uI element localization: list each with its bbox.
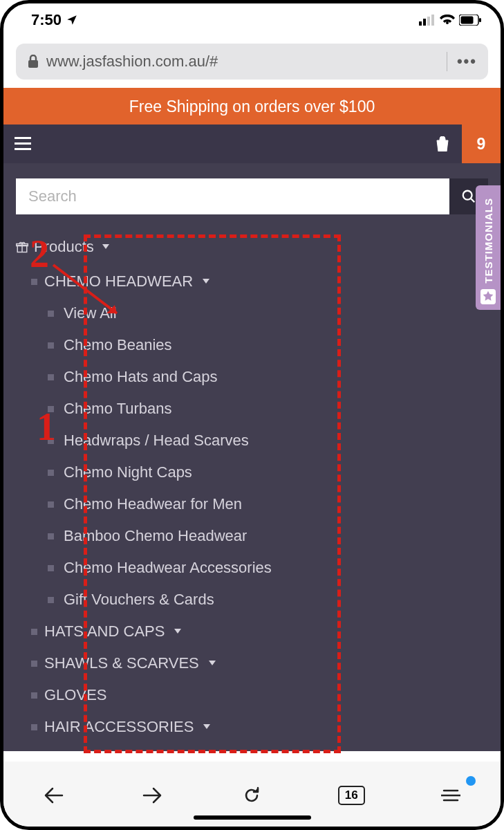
tabs-count: 16: [338, 786, 365, 805]
chevron-down-icon: [209, 661, 216, 666]
bullet-icon: [48, 597, 54, 603]
star-icon: [480, 289, 496, 304]
shopping-bag-icon[interactable]: [423, 124, 462, 163]
menu-item-label: Chemo Headwear Accessories: [64, 559, 272, 577]
menu-item-label: Chemo Turbans: [64, 400, 172, 418]
bullet-icon: [31, 724, 37, 730]
site-nav-bar: 9: [3, 124, 501, 163]
menu-item-label: Chemo Night Caps: [64, 463, 192, 481]
bullet-icon: [48, 470, 54, 476]
url-divider: [447, 52, 447, 71]
svg-rect-10: [15, 148, 31, 150]
forward-button[interactable]: [132, 780, 174, 811]
bullet-icon: [31, 629, 37, 635]
page-content: TESTIMONIALS Products CHEMO HEADWEAR: [3, 163, 501, 751]
svg-point-11: [463, 191, 472, 200]
chevron-down-icon: [102, 244, 109, 250]
menu-category-label: CHEMO HEADWEAR: [44, 273, 193, 290]
bullet-icon: [48, 311, 54, 317]
hamburger-menu-button[interactable]: [3, 124, 42, 163]
wifi-icon: [440, 15, 455, 26]
home-indicator[interactable]: [194, 815, 311, 820]
search-input[interactable]: [16, 178, 449, 214]
browser-menu-button[interactable]: [430, 780, 472, 811]
testimonials-tab[interactable]: TESTIMONIALS: [476, 185, 501, 310]
menu-category-label: HAIR ACCESSORIES: [44, 718, 194, 736]
menu-item-label: View All: [64, 304, 117, 322]
reload-button[interactable]: [231, 780, 272, 811]
svg-rect-7: [28, 60, 38, 68]
bullet-icon: [48, 501, 54, 508]
svg-line-12: [471, 199, 475, 203]
svg-rect-0: [419, 21, 422, 26]
menu-item-headwraps[interactable]: Headwraps / Head Scarves: [16, 425, 488, 456]
signal-icon: [419, 15, 436, 26]
svg-rect-1: [423, 19, 426, 26]
phone-frame: 7:50 www.jasfashion.com.au/# ••• Free Sh…: [0, 0, 504, 830]
svg-rect-9: [15, 142, 31, 145]
battery-icon: [459, 15, 481, 26]
menu-root-products[interactable]: Products: [16, 234, 488, 266]
chevron-down-icon: [174, 629, 181, 634]
svg-rect-5: [461, 17, 474, 24]
menu-category-label: HATS AND CAPS: [44, 622, 165, 640]
menu-item-chemo-men[interactable]: Chemo Headwear for Men: [16, 488, 488, 520]
bullet-icon: [31, 692, 37, 699]
back-button[interactable]: [32, 780, 74, 811]
menu-category-label: SHAWLS & SCARVES: [44, 654, 199, 672]
cart-count[interactable]: 9: [462, 124, 501, 163]
svg-rect-8: [15, 137, 31, 139]
menu-category-label: GLOVES: [44, 686, 106, 704]
menu-item-chemo-night-caps[interactable]: Chemo Night Caps: [16, 456, 488, 488]
menu-category-hair-accessories[interactable]: HAIR ACCESSORIES: [16, 711, 488, 743]
status-bar: 7:50: [3, 3, 501, 37]
url-menu-icon[interactable]: •••: [457, 53, 477, 71]
menu-root-label: Products: [34, 238, 94, 256]
testimonials-label: TESTIMONIALS: [483, 198, 494, 284]
bullet-icon: [48, 438, 54, 444]
menu-item-chemo-accessories[interactable]: Chemo Headwear Accessories: [16, 552, 488, 584]
menu-item-label: Chemo Beanies: [64, 336, 172, 354]
status-time: 7:50: [31, 11, 62, 29]
menu-category-chemo-headwear[interactable]: CHEMO HEADWEAR: [16, 266, 488, 297]
menu-item-label: Gift Vouchers & Cards: [64, 591, 214, 609]
menu-item-chemo-beanies[interactable]: Chemo Beanies: [16, 329, 488, 361]
menu-item-gift-vouchers[interactable]: Gift Vouchers & Cards: [16, 584, 488, 616]
promo-banner: Free Shipping on orders over $100: [3, 88, 501, 124]
gift-icon: [16, 241, 28, 253]
svg-rect-6: [479, 18, 481, 22]
menu-item-label: Bamboo Chemo Headwear: [64, 527, 247, 545]
menu-item-label: Chemo Hats and Caps: [64, 368, 218, 386]
tabs-button[interactable]: 16: [330, 780, 372, 811]
chevron-down-icon: [203, 724, 210, 730]
lock-icon: [27, 55, 39, 68]
menu-category-shawls-scarves[interactable]: SHAWLS & SCARVES: [16, 647, 488, 679]
url-text: www.jasfashion.com.au/#: [46, 53, 437, 71]
bullet-icon: [48, 342, 54, 349]
menu-item-view-all[interactable]: View All: [16, 297, 488, 329]
category-menu: Products CHEMO HEADWEAR View All Chemo B: [16, 234, 488, 743]
menu-item-chemo-hats-caps[interactable]: Chemo Hats and Caps: [16, 361, 488, 393]
menu-item-label: Headwraps / Head Scarves: [64, 432, 249, 450]
chevron-down-icon: [203, 279, 209, 284]
bullet-icon: [31, 661, 37, 667]
bullet-icon: [48, 406, 54, 412]
bullet-icon: [48, 533, 54, 540]
bullet-icon: [48, 374, 54, 380]
url-bar[interactable]: www.jasfashion.com.au/# •••: [16, 44, 488, 80]
bullet-icon: [31, 279, 37, 285]
svg-rect-3: [431, 15, 434, 26]
menu-category-gloves[interactable]: GLOVES: [16, 679, 488, 711]
location-arrow-icon: [66, 14, 78, 26]
search-row: [16, 178, 488, 214]
svg-rect-2: [427, 17, 430, 26]
menu-item-chemo-turbans[interactable]: Chemo Turbans: [16, 393, 488, 425]
menu-category-hats-caps[interactable]: HATS AND CAPS: [16, 616, 488, 647]
menu-item-label: Chemo Headwear for Men: [64, 495, 242, 513]
notification-dot-icon: [466, 776, 476, 786]
bullet-icon: [48, 565, 54, 571]
menu-item-bamboo-chemo[interactable]: Bamboo Chemo Headwear: [16, 520, 488, 552]
